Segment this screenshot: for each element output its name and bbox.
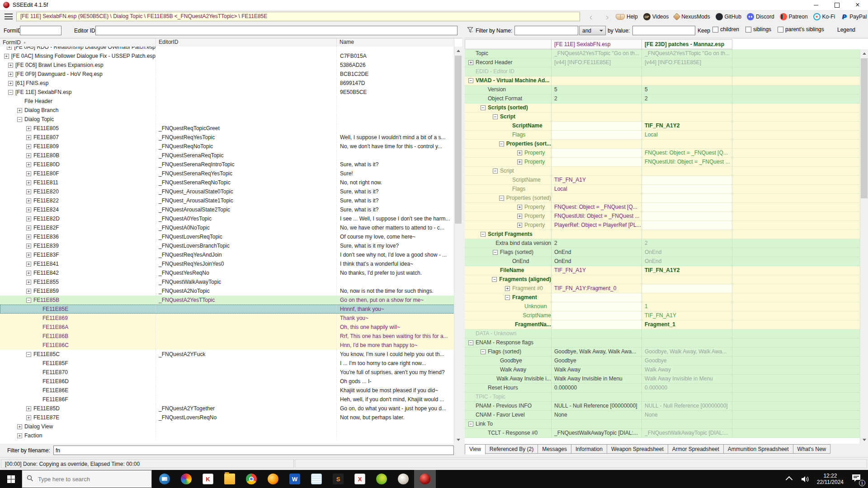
tab-messages[interactable]: Messages	[538, 444, 571, 454]
scroll-up-icon[interactable]	[860, 49, 868, 57]
expand-icon[interactable]: +	[468, 60, 473, 65]
taskbar-app-krita[interactable]	[175, 470, 197, 488]
expand-icon[interactable]: +	[26, 289, 31, 294]
toolbar-link-paypal[interactable]: PPayPal	[840, 13, 867, 20]
tree-row[interactable]: FE11E86BRrf, This one has been waiting f…	[0, 332, 454, 341]
collapse-icon[interactable]: −	[499, 141, 504, 146]
table-row[interactable]: +PropertyPlayerRef: Object = PlayerRef […	[465, 221, 860, 230]
table-row[interactable]: CNAM - Favor LevelNoneNone	[465, 411, 860, 420]
tree-row[interactable]: File Header	[0, 97, 454, 106]
editorid-input[interactable]	[95, 26, 458, 35]
expand-icon[interactable]: +	[26, 271, 31, 276]
table-row[interactable]: FlagsLocal	[465, 185, 860, 194]
tree-row[interactable]: +FE11E80D_FNQuestSerenaReqIntroTopicSure…	[0, 160, 454, 169]
tab-view[interactable]: View	[465, 444, 486, 455]
toolbar-link-help[interactable]: Help	[616, 14, 638, 20]
tree-row[interactable]: +FE11E82D_FNQuestA0YesTopicI see ... Wel…	[0, 214, 454, 223]
table-row[interactable]: Extra bind data version22	[465, 239, 860, 248]
tree-header-name[interactable]: Name	[337, 38, 454, 47]
table-row[interactable]: −Flags (sorted)Goodbye, Walk Away, Walk …	[465, 347, 860, 357]
expand-icon[interactable]: +	[8, 63, 13, 68]
toolbar-link-videos[interactable]: GPVideos	[643, 13, 669, 20]
table-row[interactable]: −Fragments (aligned)	[465, 275, 860, 284]
compare-scrollbar[interactable]	[860, 49, 868, 444]
collapse-icon[interactable]: −	[481, 232, 486, 237]
formid-input[interactable]	[20, 26, 61, 35]
table-row[interactable]: −Script Fragments	[465, 230, 860, 239]
tree-row[interactable]: +FE11E859_FNQuestA2NoTopicNo, now is not…	[0, 286, 454, 296]
collapse-icon[interactable]: −	[481, 349, 486, 354]
expand-icon[interactable]: +	[26, 126, 31, 131]
tree-row[interactable]: +FE11E85D_FNQuestA2YTogetherGo on, do wh…	[0, 404, 454, 413]
filter-by-name-input[interactable]	[514, 26, 578, 35]
expand-icon[interactable]: +	[26, 235, 31, 239]
maximize-button[interactable]	[826, 0, 847, 10]
tree-row[interactable]: +FE11E836_FNQuestLoversReqTopicOf course…	[0, 232, 454, 241]
tree-row[interactable]: −[FE 11E] SexlabFN.esp9E50B5CE	[0, 88, 454, 97]
table-row[interactable]: PNAM - Previous INFONULL - Null Referenc…	[465, 402, 860, 411]
taskbar-app-tornado[interactable]	[392, 470, 414, 488]
tree-row[interactable]: FE11E86CHnn, I'd be more than happy to~	[0, 341, 454, 350]
taskbar-app-kate[interactable]: K	[197, 470, 219, 488]
table-row[interactable]: −Script	[465, 167, 860, 176]
tab-what-s-new[interactable]: What's New	[793, 444, 831, 454]
scrollbar-thumb[interactable]	[861, 58, 868, 198]
tree-row[interactable]: FE11E86AOh, this one happily will~	[0, 323, 454, 332]
table-row[interactable]: OnEndOnEndOnEnd	[465, 257, 860, 266]
close-button[interactable]	[847, 0, 868, 10]
operator-dropdown[interactable]: and	[579, 26, 606, 35]
tree-row[interactable]: FE11E870You're full of suprises, aren't …	[0, 368, 454, 377]
action-center-icon[interactable]: 1	[851, 473, 863, 485]
tree-row[interactable]: FE11E869Thank you~	[0, 314, 454, 323]
collapse-icon[interactable]: −	[493, 250, 498, 255]
table-row[interactable]: +PropertyFNQuestUtil: Object = _FNQuest …	[465, 158, 860, 167]
taskbar-search-input[interactable]	[37, 475, 138, 483]
tab-ammunition-spreadsheet[interactable]: Ammunition Spreadsheet	[724, 444, 793, 454]
table-row[interactable]: −Flags (sorted)OnEndOnEnd	[465, 248, 860, 257]
tab-armor-spreadsheet[interactable]: Armor Spreadsheet	[668, 444, 724, 454]
table-row[interactable]: +Record Header[v44] [INFO:FE11E85E][v44]…	[465, 58, 860, 67]
hidden-icons-chevron-icon[interactable]	[786, 476, 793, 483]
expand-icon[interactable]: +	[26, 280, 31, 285]
table-row[interactable]: +PropertyFNQuest: Object = _FNQuest [Q..…	[465, 203, 860, 212]
tree-row[interactable]: FE11E86DOh gods ... I-	[0, 377, 454, 386]
expand-icon[interactable]: +	[26, 144, 31, 149]
tree-row[interactable]: FE11E86EKhajiit would be most pleased if…	[0, 386, 454, 395]
tree-row[interactable]: −Dialog Topic	[0, 115, 454, 124]
table-row[interactable]: −Scripts (sorted)	[465, 103, 860, 113]
expand-icon[interactable]: +	[517, 160, 522, 164]
collapse-icon[interactable]: −	[468, 422, 473, 427]
scroll-up-icon[interactable]	[454, 47, 462, 54]
by-value-input[interactable]	[632, 26, 695, 35]
expand-icon[interactable]: +	[26, 171, 31, 176]
expand-icon[interactable]: +	[26, 406, 31, 411]
table-row[interactable]: ScriptNameTIF_FN_A1Y2	[465, 122, 860, 131]
expand-icon[interactable]: +	[17, 433, 22, 438]
tree-header-formid[interactable]: FormID	[0, 38, 156, 47]
keep-siblings-checkbox[interactable]: siblings	[745, 26, 771, 33]
tree-row[interactable]: +FE11E842_FNQuestYesReqNoNo thanks, I'd …	[0, 268, 454, 277]
tree-row[interactable]: +[FE 0AC] Missing Follower Dialogue Fix …	[0, 52, 454, 61]
expand-icon[interactable]: +	[26, 225, 31, 230]
table-row[interactable]: −Script	[465, 113, 860, 122]
plugin2-column-header[interactable]: [FE 23D] patches - Mannaz.esp	[642, 39, 732, 49]
toolbar-link-nexusmods[interactable]: NexusMods	[674, 14, 710, 20]
start-button[interactable]	[0, 470, 22, 488]
table-row[interactable]: TPIC - Topic	[465, 393, 860, 402]
expand-icon[interactable]: +	[26, 198, 31, 203]
tree-row[interactable]: +[61] FNIS.esp8699147D	[0, 79, 454, 88]
tab-weapon-spreadsheet[interactable]: Weapon Spreadsheet	[607, 444, 668, 454]
tree-row[interactable]: +FE11E87E_FNQuestLoversReqNoNot now, but…	[0, 413, 454, 422]
expand-icon[interactable]: +	[17, 424, 22, 429]
table-row[interactable]: −Properties (sort...	[465, 140, 860, 149]
taskbar-app-pdf-xchange[interactable]: X	[349, 470, 371, 488]
taskbar-app-file-explorer[interactable]	[219, 470, 241, 488]
collapse-icon[interactable]: −	[17, 117, 22, 122]
tree-row[interactable]: +Dialog Branch	[0, 106, 454, 115]
expand-icon[interactable]: +	[17, 108, 22, 113]
expand-icon[interactable]: +	[26, 415, 31, 420]
table-row[interactable]: −ENAM - Response flags	[465, 338, 860, 347]
collapse-icon[interactable]: −	[481, 105, 486, 110]
tree-scrollbar[interactable]	[454, 47, 462, 444]
breadcrumb[interactable]: [FE 11E] SexlabFN.esp (9E50B5CE) \ Dialo…	[16, 12, 580, 21]
